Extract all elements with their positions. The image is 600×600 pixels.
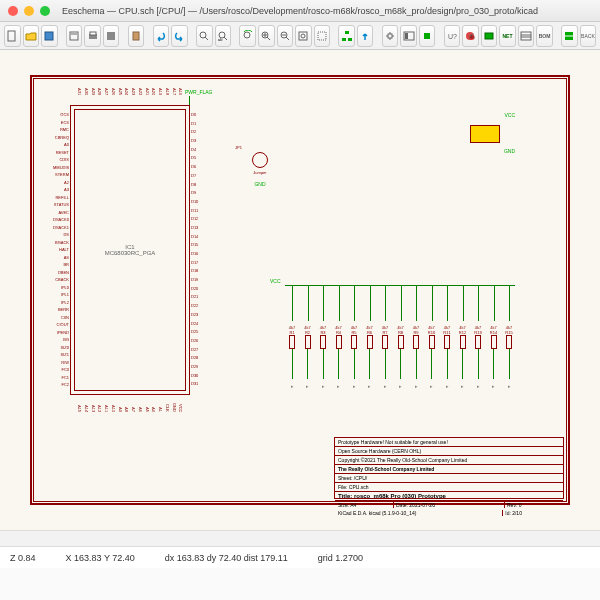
pin-A14[interactable]: A14 <box>84 405 89 412</box>
find-button[interactable] <box>196 25 213 47</box>
jumper-component[interactable]: JP1 Jumper GND <box>235 145 285 185</box>
pin-A6[interactable]: A6 <box>138 407 143 412</box>
horizontal-scrollbar[interactable] <box>0 530 600 546</box>
pin-A0[interactable]: A0 <box>53 142 69 147</box>
pin-OCS[interactable]: OCS <box>53 112 69 117</box>
pin-D12[interactable]: D12 <box>191 216 207 221</box>
pin-FC1[interactable]: FC1 <box>53 375 69 380</box>
pin-A4[interactable]: A4 <box>151 407 156 412</box>
footprint-editor-button[interactable] <box>419 25 436 47</box>
minimize-icon[interactable] <box>24 6 34 16</box>
pin-D29[interactable]: D29 <box>191 364 207 369</box>
pin-FC2[interactable]: FC2 <box>53 382 69 387</box>
pin-A17[interactable]: A17 <box>172 88 177 95</box>
import-fp-button[interactable]: BACK <box>580 25 597 47</box>
zoom-redraw-button[interactable] <box>239 25 256 47</box>
pin-D6[interactable]: D6 <box>191 164 207 169</box>
pin-CIOUT[interactable]: CIOUT <box>53 322 69 327</box>
pin-AVEC[interactable]: AVEC <box>53 210 69 215</box>
save-button[interactable] <box>41 25 58 47</box>
pin-BR[interactable]: BR <box>53 262 69 267</box>
pin-STATUS[interactable]: STATUS <box>53 202 69 207</box>
pin-D7[interactable]: D7 <box>191 173 207 178</box>
pin-DSACK0[interactable]: DSACK0 <box>53 217 69 222</box>
pin-D16[interactable]: D16 <box>191 251 207 256</box>
pin-D30[interactable]: D30 <box>191 373 207 378</box>
annotate-button[interactable]: U? <box>444 25 461 47</box>
zoom-fit-button[interactable] <box>295 25 312 47</box>
pin-A7[interactable]: A7 <box>131 407 136 412</box>
pin-CLK[interactable]: CLK <box>165 404 170 412</box>
pin-D19[interactable]: D19 <box>191 277 207 282</box>
pin-D3[interactable]: D3 <box>191 138 207 143</box>
pin-A11[interactable]: A11 <box>104 405 109 412</box>
pin-D5[interactable]: D5 <box>191 155 207 160</box>
resistor-R15[interactable]: 4k7R15▸ <box>502 325 516 389</box>
pin-FC0[interactable]: FC0 <box>53 367 69 372</box>
pin-DS[interactable]: DS <box>53 232 69 237</box>
pin-CIIN[interactable]: CIIN <box>53 315 69 320</box>
pin-BG[interactable]: BG <box>53 337 69 342</box>
pin-A28[interactable]: A28 <box>97 88 102 95</box>
pin-DBEN[interactable]: DBEN <box>53 270 69 275</box>
pin-D31[interactable]: D31 <box>191 381 207 386</box>
pin-D15[interactable]: D15 <box>191 242 207 247</box>
pcbnew-button[interactable] <box>561 25 578 47</box>
pin-D21[interactable]: D21 <box>191 294 207 299</box>
pin-A2[interactable]: A2 <box>53 180 69 185</box>
resistor-R11[interactable]: 4k7R11▸ <box>440 325 454 389</box>
pin-A13[interactable]: A13 <box>91 405 96 412</box>
pin-A24[interactable]: A24 <box>124 88 129 95</box>
pin-D20[interactable]: D20 <box>191 286 207 291</box>
pin-R/W[interactable]: R/W <box>53 360 69 365</box>
print-button[interactable] <box>84 25 101 47</box>
pin-D27[interactable]: D27 <box>191 347 207 352</box>
resistor-R1[interactable]: 4k7R1▸ <box>285 325 299 389</box>
resistor-R3[interactable]: 4k7R3▸ <box>316 325 330 389</box>
hierarchy-button[interactable] <box>338 25 355 47</box>
pin-SIZ0[interactable]: SIZ0 <box>53 345 69 350</box>
pin-BERR[interactable]: BERR <box>53 307 69 312</box>
pin-D11[interactable]: D11 <box>191 208 207 213</box>
redo-button[interactable] <box>171 25 188 47</box>
pin-A31[interactable]: A31 <box>77 88 82 95</box>
resistor-R10[interactable]: 4k7R10▸ <box>425 325 439 389</box>
zoom-in-button[interactable] <box>258 25 275 47</box>
undo-button[interactable] <box>153 25 170 47</box>
pin-D2[interactable]: D2 <box>191 129 207 134</box>
find-replace-button[interactable]: ab <box>215 25 232 47</box>
pin-A26[interactable]: A26 <box>111 88 116 95</box>
pin-CBACK[interactable]: CBACK <box>53 277 69 282</box>
symbol-editor-button[interactable] <box>382 25 399 47</box>
pin-A20[interactable]: A20 <box>151 88 156 95</box>
pin-D4[interactable]: D4 <box>191 147 207 152</box>
resistor-R9[interactable]: 4k7R9▸ <box>409 325 423 389</box>
new-button[interactable] <box>4 25 21 47</box>
page-settings-button[interactable] <box>66 25 83 47</box>
resistor-R13[interactable]: 4k7R13▸ <box>471 325 485 389</box>
zoom-icon[interactable] <box>40 6 50 16</box>
zoom-selection-button[interactable] <box>314 25 331 47</box>
pin-D28[interactable]: D28 <box>191 355 207 360</box>
resistor-R7[interactable]: 4k7R7▸ <box>378 325 392 389</box>
pin-SIZ1[interactable]: SIZ1 <box>53 352 69 357</box>
pin-RMC[interactable]: RMC <box>53 127 69 132</box>
cvpcb-button[interactable] <box>481 25 498 47</box>
resistor-R14[interactable]: 4k7R14▸ <box>487 325 501 389</box>
pin-A22[interactable]: A22 <box>138 88 143 95</box>
pin-D23[interactable]: D23 <box>191 312 207 317</box>
cpu-component[interactable]: IC1 MC68030RC_PGA OCSECSRMCCBREQA0RESETC… <box>70 105 190 395</box>
pin-D22[interactable]: D22 <box>191 303 207 308</box>
pin-A30[interactable]: A30 <box>84 88 89 95</box>
bom-button[interactable]: BOM <box>536 25 553 47</box>
pin-D13[interactable]: D13 <box>191 225 207 230</box>
netlist-button[interactable]: NET <box>499 25 516 47</box>
symbol-browser-button[interactable] <box>400 25 417 47</box>
pin-D26[interactable]: D26 <box>191 338 207 343</box>
pin-D0[interactable]: D0 <box>191 112 207 117</box>
pin-A18[interactable]: A18 <box>165 88 170 95</box>
pin-ECS[interactable]: ECS <box>53 120 69 125</box>
paste-button[interactable] <box>128 25 145 47</box>
pin-IPL0[interactable]: IPL0 <box>53 285 69 290</box>
plot-button[interactable] <box>103 25 120 47</box>
